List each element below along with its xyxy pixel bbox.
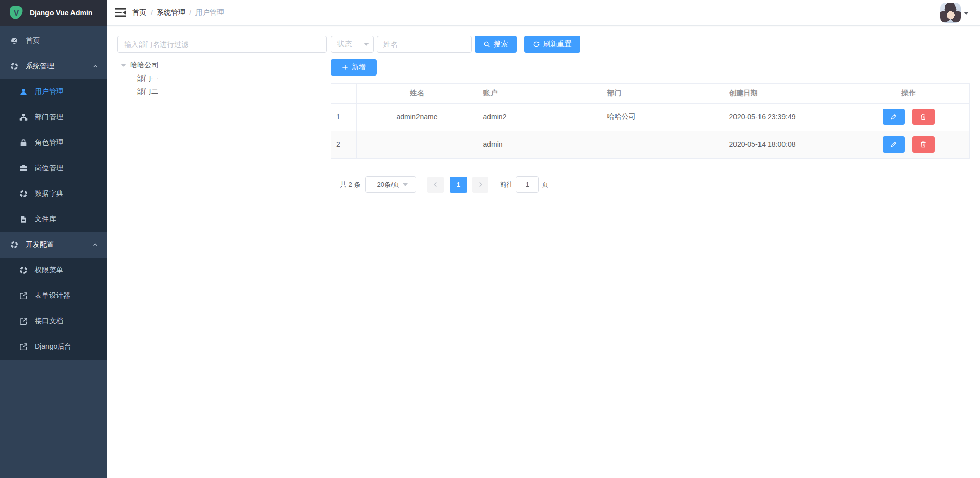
column-header-name: 姓名 — [356, 84, 478, 103]
chevron-down-icon — [364, 43, 369, 46]
component-icon — [10, 241, 18, 249]
breadcrumb-home[interactable]: 首页 — [132, 8, 146, 17]
external-link-icon — [19, 343, 28, 351]
edit-icon — [890, 113, 897, 120]
goto-page-input[interactable] — [516, 176, 539, 193]
sidebar-item-label: 文件库 — [35, 215, 56, 224]
tree-node-child[interactable]: 部门二 — [117, 85, 327, 98]
table-header-row: 姓名 账户 部门 创建日期 操作 — [331, 84, 969, 103]
sidebar-item-label: 首页 — [26, 36, 40, 45]
delete-button[interactable] — [912, 109, 935, 125]
sidebar-item-dev-config[interactable]: 开发配置 — [0, 232, 107, 258]
component-icon — [19, 266, 28, 274]
edit-button[interactable] — [883, 136, 905, 153]
next-page-button[interactable] — [472, 177, 488, 193]
edit-button[interactable] — [883, 109, 905, 125]
sidebar-item-user-mgmt[interactable]: 用户管理 — [0, 79, 107, 105]
user-menu[interactable] — [940, 3, 969, 23]
sidebar-item-label: 接口文档 — [35, 317, 63, 326]
cell-account: admin — [478, 131, 602, 158]
user-panel: 状态 搜索 刷新重置 — [331, 36, 970, 193]
chevron-right-icon — [478, 182, 483, 187]
external-link-icon — [19, 317, 28, 325]
user-avatar[interactable] — [940, 3, 961, 23]
external-link-icon — [19, 292, 28, 300]
pagination: 共 2 条 20条/页 1 前往 页 — [340, 176, 970, 193]
cell-created: 2020-05-14 18:00:08 — [724, 131, 848, 158]
chevron-left-icon — [433, 182, 438, 187]
page-content: 哈哈公司 部门一 部门二 状态 — [107, 26, 980, 203]
sidebar-item-label: 角色管理 — [35, 138, 63, 147]
sidebar-item-label: 系统管理 — [26, 62, 54, 71]
column-header-department: 部门 — [602, 84, 724, 103]
sidebar-item-system-mgmt[interactable]: 系统管理 — [0, 54, 107, 79]
vue-logo-icon: V — [8, 5, 24, 21]
refresh-icon — [533, 41, 540, 48]
svg-text:V: V — [14, 9, 19, 17]
chevron-up-icon — [93, 242, 98, 247]
app-logo[interactable]: V Django Vue Admin — [0, 0, 107, 26]
prev-page-button[interactable] — [427, 177, 444, 193]
department-panel: 哈哈公司 部门一 部门二 — [117, 36, 327, 98]
sidebar-item-dept-mgmt[interactable]: 部门管理 — [0, 105, 107, 130]
breadcrumb-separator: / — [189, 9, 191, 17]
tree-node-label: 哈哈公司 — [130, 61, 159, 70]
page-size-select[interactable]: 20条/页 — [365, 176, 416, 193]
add-button-label: 新增 — [352, 63, 366, 72]
delete-button[interactable] — [912, 136, 935, 153]
sidebar-item-post-mgmt[interactable]: 岗位管理 — [0, 156, 107, 181]
status-select-placeholder: 状态 — [337, 40, 352, 49]
sidebar: V Django Vue Admin 首页 系统管理 — [0, 0, 107, 478]
submenu-system: 用户管理 部门管理 角色管理 — [0, 79, 107, 232]
cell-name — [356, 131, 478, 158]
sidebar-item-file-library[interactable]: 文件库 — [0, 207, 107, 232]
page-size-value: 20条/页 — [377, 180, 399, 189]
main-area: 首页 / 系统管理 / 用户管理 哈哈公司 部门一 部门二 — [107, 0, 980, 203]
table-row: 1 admin2name admin2 哈哈公司 2020-05-16 23:3… — [331, 103, 969, 131]
cell-account: admin2 — [478, 103, 602, 131]
breadcrumb-current: 用户管理 — [195, 8, 224, 17]
goto-label: 前往 — [500, 180, 513, 189]
status-select[interactable]: 状态 — [331, 36, 374, 53]
sidebar-item-api-docs[interactable]: 接口文档 — [0, 309, 107, 334]
tree-node-child[interactable]: 部门一 — [117, 72, 327, 85]
search-button-label: 搜索 — [494, 40, 508, 49]
department-filter-input[interactable] — [117, 36, 327, 53]
cell-actions — [848, 103, 969, 131]
cell-department: 哈哈公司 — [602, 103, 724, 131]
sidebar-item-form-designer[interactable]: 表单设计器 — [0, 283, 107, 309]
breadcrumb-system-mgmt[interactable]: 系统管理 — [157, 8, 185, 17]
chevron-up-icon — [93, 64, 98, 69]
sidebar-item-role-mgmt[interactable]: 角色管理 — [0, 130, 107, 156]
sidebar-item-perm-menu[interactable]: 权限菜单 — [0, 258, 107, 283]
column-header-account: 账户 — [478, 84, 602, 103]
refresh-reset-button-label: 刷新重置 — [543, 40, 572, 49]
tree-node-root[interactable]: 哈哈公司 — [117, 59, 327, 72]
sidebar-item-label: 用户管理 — [35, 87, 63, 96]
chevron-down-icon — [403, 183, 408, 186]
sidebar-group-dev: 开发配置 权限菜单 表单设计器 — [0, 232, 107, 360]
table-row: 2 admin 2020-05-14 18:00:08 — [331, 131, 969, 158]
sidebar-item-label: 表单设计器 — [35, 291, 70, 300]
column-header-actions: 操作 — [848, 84, 969, 103]
name-filter-input[interactable] — [377, 36, 472, 53]
cell-actions — [848, 131, 969, 158]
filter-toolbar: 状态 搜索 刷新重置 — [331, 36, 970, 53]
document-icon — [19, 215, 28, 223]
refresh-reset-button[interactable]: 刷新重置 — [524, 36, 580, 53]
page-number-button[interactable]: 1 — [450, 177, 467, 193]
search-button[interactable]: 搜索 — [475, 36, 517, 53]
sidebar-menu: 首页 系统管理 用户管理 — [0, 26, 107, 360]
tree-node-label: 部门二 — [137, 87, 158, 96]
breadcrumb: 首页 / 系统管理 / 用户管理 — [132, 8, 224, 17]
sidebar-toggle-fold-icon[interactable] — [115, 8, 126, 18]
tree-node-label: 部门一 — [137, 74, 158, 83]
add-button[interactable]: 新增 — [331, 59, 377, 76]
sidebar-item-django-admin[interactable]: Django后台 — [0, 334, 107, 360]
sidebar-item-label: 数据字典 — [35, 189, 63, 198]
breadcrumb-separator: / — [151, 9, 153, 17]
sidebar-item-home[interactable]: 首页 — [0, 28, 107, 54]
sidebar-item-data-dict[interactable]: 数据字典 — [0, 181, 107, 207]
search-icon — [483, 41, 491, 48]
caret-down-icon[interactable] — [121, 64, 126, 67]
